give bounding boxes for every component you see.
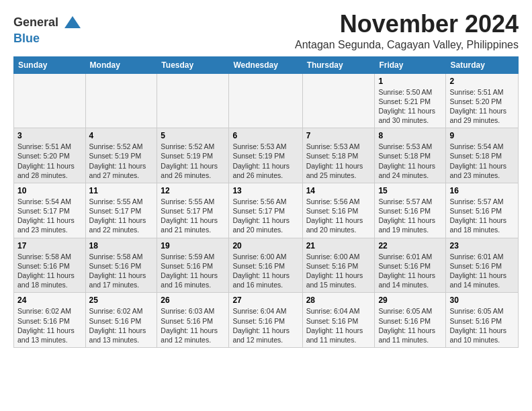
calendar-cell: 23Sunrise: 6:01 AM Sunset: 5:16 PM Dayli… xyxy=(446,238,519,293)
day-info: Sunrise: 6:04 AM Sunset: 5:16 PM Dayligh… xyxy=(306,306,371,345)
day-number: 7 xyxy=(306,131,371,140)
day-info: Sunrise: 5:53 AM Sunset: 5:18 PM Dayligh… xyxy=(306,142,371,180)
day-number: 1 xyxy=(378,77,442,86)
day-info: Sunrise: 6:01 AM Sunset: 5:16 PM Dayligh… xyxy=(449,252,515,290)
day-info: Sunrise: 5:57 AM Sunset: 5:16 PM Dayligh… xyxy=(378,197,442,235)
day-info: Sunrise: 6:02 AM Sunset: 5:16 PM Dayligh… xyxy=(17,306,82,345)
calendar-cell: 10Sunrise: 5:54 AM Sunset: 5:17 PM Dayli… xyxy=(14,183,86,238)
day-number: 27 xyxy=(232,295,298,305)
day-number: 8 xyxy=(378,131,442,140)
weekday-header-row: SundayMondayTuesdayWednesdayThursdayFrid… xyxy=(14,56,519,73)
day-info: Sunrise: 5:50 AM Sunset: 5:21 PM Dayligh… xyxy=(378,87,442,126)
calendar-cell: 25Sunrise: 6:02 AM Sunset: 5:16 PM Dayli… xyxy=(85,293,157,348)
day-info: Sunrise: 5:55 AM Sunset: 5:17 PM Dayligh… xyxy=(89,197,154,235)
day-number: 4 xyxy=(89,131,154,140)
day-number: 10 xyxy=(17,186,82,195)
logo-blue: Blue xyxy=(13,32,40,45)
calendar-cell: 7Sunrise: 5:53 AM Sunset: 5:18 PM Daylig… xyxy=(302,128,375,183)
day-info: Sunrise: 6:05 AM Sunset: 5:16 PM Dayligh… xyxy=(378,306,442,345)
day-number: 18 xyxy=(89,241,154,250)
logo: General Blue xyxy=(13,13,82,46)
calendar-cell: 28Sunrise: 6:04 AM Sunset: 5:16 PM Dayli… xyxy=(302,293,375,348)
day-number: 3 xyxy=(17,131,82,140)
day-info: Sunrise: 6:05 AM Sunset: 5:16 PM Dayligh… xyxy=(449,306,515,345)
calendar-week-row: 24Sunrise: 6:02 AM Sunset: 5:16 PM Dayli… xyxy=(14,293,519,348)
weekday-header: Monday xyxy=(85,56,157,73)
calendar-cell: 16Sunrise: 5:57 AM Sunset: 5:16 PM Dayli… xyxy=(446,183,519,238)
day-info: Sunrise: 5:52 AM Sunset: 5:19 PM Dayligh… xyxy=(89,142,154,180)
day-info: Sunrise: 5:51 AM Sunset: 5:20 PM Dayligh… xyxy=(17,142,82,180)
calendar-cell: 1Sunrise: 5:50 AM Sunset: 5:21 PM Daylig… xyxy=(375,73,446,128)
day-number: 30 xyxy=(449,295,515,305)
calendar-cell: 22Sunrise: 6:01 AM Sunset: 5:16 PM Dayli… xyxy=(375,238,446,293)
calendar-week-row: 1Sunrise: 5:50 AM Sunset: 5:21 PM Daylig… xyxy=(14,73,519,128)
calendar-cell xyxy=(229,73,302,128)
calendar-week-row: 10Sunrise: 5:54 AM Sunset: 5:17 PM Dayli… xyxy=(14,183,519,238)
calendar-cell: 4Sunrise: 5:52 AM Sunset: 5:19 PM Daylig… xyxy=(85,128,157,183)
day-info: Sunrise: 5:58 AM Sunset: 5:16 PM Dayligh… xyxy=(89,252,154,290)
calendar-cell: 15Sunrise: 5:57 AM Sunset: 5:16 PM Dayli… xyxy=(375,183,446,238)
day-number: 20 xyxy=(232,241,298,250)
day-info: Sunrise: 6:04 AM Sunset: 5:16 PM Dayligh… xyxy=(232,306,298,345)
day-number: 23 xyxy=(449,241,515,250)
day-info: Sunrise: 5:58 AM Sunset: 5:16 PM Dayligh… xyxy=(17,252,82,290)
calendar-cell: 29Sunrise: 6:05 AM Sunset: 5:16 PM Dayli… xyxy=(375,293,446,348)
calendar-cell: 11Sunrise: 5:55 AM Sunset: 5:17 PM Dayli… xyxy=(85,183,157,238)
location-title: Antagan Segunda, Cagayan Valley, Philipp… xyxy=(295,39,519,51)
calendar-cell: 17Sunrise: 5:58 AM Sunset: 5:16 PM Dayli… xyxy=(14,238,86,293)
day-info: Sunrise: 6:00 AM Sunset: 5:16 PM Dayligh… xyxy=(232,252,298,290)
calendar-week-row: 3Sunrise: 5:51 AM Sunset: 5:20 PM Daylig… xyxy=(14,128,519,183)
weekday-header: Sunday xyxy=(14,56,86,73)
calendar-week-row: 17Sunrise: 5:58 AM Sunset: 5:16 PM Dayli… xyxy=(14,238,519,293)
day-info: Sunrise: 6:00 AM Sunset: 5:16 PM Dayligh… xyxy=(306,252,371,290)
calendar-cell xyxy=(14,73,86,128)
day-info: Sunrise: 5:54 AM Sunset: 5:17 PM Dayligh… xyxy=(17,197,82,235)
day-info: Sunrise: 5:57 AM Sunset: 5:16 PM Dayligh… xyxy=(449,197,515,235)
day-info: Sunrise: 5:59 AM Sunset: 5:16 PM Dayligh… xyxy=(161,252,225,290)
day-number: 12 xyxy=(161,186,225,195)
calendar-cell: 5Sunrise: 5:52 AM Sunset: 5:19 PM Daylig… xyxy=(157,128,229,183)
day-info: Sunrise: 5:56 AM Sunset: 5:16 PM Dayligh… xyxy=(306,197,371,235)
day-number: 6 xyxy=(232,131,298,140)
calendar-cell: 21Sunrise: 6:00 AM Sunset: 5:16 PM Dayli… xyxy=(302,238,375,293)
calendar-cell: 13Sunrise: 5:56 AM Sunset: 5:17 PM Dayli… xyxy=(229,183,302,238)
day-number: 21 xyxy=(306,241,371,250)
weekday-header: Thursday xyxy=(302,56,375,73)
page-header: General Blue November 2024 Antagan Segun… xyxy=(13,11,519,51)
day-number: 26 xyxy=(161,295,225,305)
calendar-cell: 6Sunrise: 5:53 AM Sunset: 5:19 PM Daylig… xyxy=(229,128,302,183)
calendar-cell: 26Sunrise: 6:03 AM Sunset: 5:16 PM Dayli… xyxy=(157,293,229,348)
day-info: Sunrise: 5:52 AM Sunset: 5:19 PM Dayligh… xyxy=(161,142,225,180)
month-title: November 2024 xyxy=(295,11,519,38)
day-info: Sunrise: 5:55 AM Sunset: 5:17 PM Dayligh… xyxy=(161,197,225,235)
calendar-cell: 27Sunrise: 6:04 AM Sunset: 5:16 PM Dayli… xyxy=(229,293,302,348)
day-number: 2 xyxy=(449,77,515,86)
day-info: Sunrise: 6:01 AM Sunset: 5:16 PM Dayligh… xyxy=(378,252,442,290)
day-info: Sunrise: 5:56 AM Sunset: 5:17 PM Dayligh… xyxy=(232,197,298,235)
day-number: 19 xyxy=(161,241,225,250)
day-number: 9 xyxy=(449,131,515,140)
day-number: 25 xyxy=(89,295,154,305)
calendar-cell: 12Sunrise: 5:55 AM Sunset: 5:17 PM Dayli… xyxy=(157,183,229,238)
calendar-cell xyxy=(85,73,157,128)
calendar-table: SundayMondayTuesdayWednesdayThursdayFrid… xyxy=(13,56,519,348)
calendar-cell xyxy=(302,73,375,128)
day-number: 15 xyxy=(378,186,442,195)
day-number: 13 xyxy=(232,186,298,195)
day-number: 22 xyxy=(378,241,442,250)
calendar-cell: 2Sunrise: 5:51 AM Sunset: 5:20 PM Daylig… xyxy=(446,73,519,128)
calendar-cell: 19Sunrise: 5:59 AM Sunset: 5:16 PM Dayli… xyxy=(157,238,229,293)
day-info: Sunrise: 5:53 AM Sunset: 5:18 PM Dayligh… xyxy=(378,142,442,180)
calendar-cell: 20Sunrise: 6:00 AM Sunset: 5:16 PM Dayli… xyxy=(229,238,302,293)
day-number: 11 xyxy=(89,186,154,195)
calendar-cell xyxy=(157,73,229,128)
day-number: 28 xyxy=(306,295,371,305)
weekday-header: Saturday xyxy=(446,56,519,73)
svg-marker-0 xyxy=(64,16,81,28)
day-info: Sunrise: 6:03 AM Sunset: 5:16 PM Dayligh… xyxy=(161,306,225,345)
calendar-cell: 14Sunrise: 5:56 AM Sunset: 5:16 PM Dayli… xyxy=(302,183,375,238)
title-block: November 2024 Antagan Segunda, Cagayan V… xyxy=(295,11,519,51)
calendar-cell: 24Sunrise: 6:02 AM Sunset: 5:16 PM Dayli… xyxy=(14,293,86,348)
weekday-header: Friday xyxy=(375,56,446,73)
weekday-header: Tuesday xyxy=(157,56,229,73)
